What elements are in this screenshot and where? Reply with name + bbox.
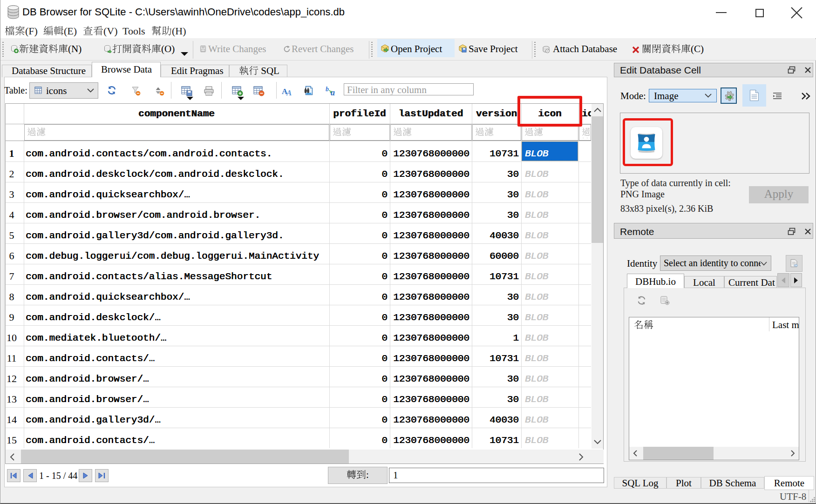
svg-text:A: A (286, 88, 292, 96)
svg-text:a: a (331, 88, 335, 96)
svg-text:b: b (326, 86, 329, 93)
